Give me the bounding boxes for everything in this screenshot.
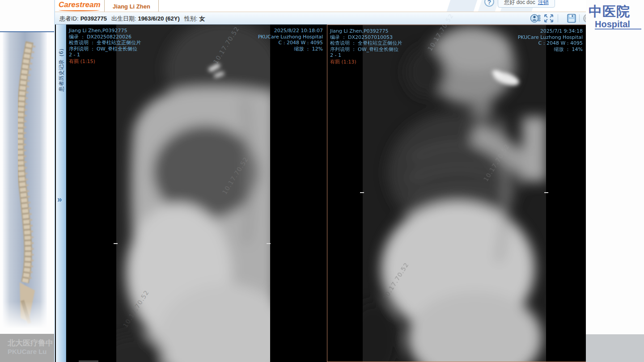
- pacs-app-window: Carestream Jiang Li Zhen ? 您好 doc doc 注销…: [54, 0, 586, 362]
- overlay-lossy: 有损 (1:13): [330, 59, 402, 65]
- patient-dob-value: 1963/6/20 (62Y): [138, 15, 180, 22]
- tab-label: Jiang Li Zhen: [113, 3, 150, 10]
- spine-image: [3, 32, 47, 328]
- overlay-study: 检查说明 ： 全脊柱站立正侧位片: [330, 40, 402, 46]
- viewport-study-2025-07-01-selected[interactable]: Jiang Li Zhen,P0392775 编录 ： DX2025070100…: [327, 25, 586, 362]
- expand-panel-icon[interactable]: »: [57, 194, 62, 204]
- overlay-zoom: 缩放 ： 14%: [518, 46, 583, 53]
- image-edge-marker: [360, 192, 364, 193]
- patient-gender-label: 性别:: [184, 15, 198, 22]
- wallpaper-footer-bar: 北大医疗鲁中 PKUCare Lu: [0, 334, 54, 362]
- overlay-index: 2 - 1: [69, 52, 141, 58]
- overlay-datetime: 2025/7/1 9:34:18: [518, 28, 583, 34]
- overlay-accession: 编录 ： DX202507010053: [330, 34, 402, 41]
- print-icon[interactable]: [582, 13, 586, 23]
- overlay-hospital: PKUCare Luzhong Hospital: [258, 34, 323, 40]
- overlay-datetime: 2025/8/22 10:18:07: [258, 28, 323, 34]
- patient-info-bar: 患者ID:P0392775出生日期:1963/6/20 (62Y)性别:女: [55, 12, 586, 25]
- patient-id-value: P0392775: [80, 15, 107, 22]
- carestream-logo: Carestream: [59, 0, 101, 9]
- image-edge-marker: [267, 243, 271, 244]
- patient-gender-value: 女: [199, 15, 205, 22]
- overlay-top-right: 2025/8/22 10:18:07 PKUCare Luzhong Hospi…: [258, 28, 323, 52]
- hospital-logo-cn: 中医院: [589, 3, 644, 21]
- patient-history-label[interactable]: 患者历史记录（6）: [58, 46, 65, 92]
- overlay-series: 序列说明 ： OW_脊柱全长侧位: [69, 46, 141, 52]
- patient-id-label: 患者ID:: [59, 15, 79, 22]
- toolbar-separator: [579, 14, 580, 22]
- hospital-logo: 中医院 Hospital: [589, 3, 644, 29]
- overlay-study: 检查说明 ： 全脊柱站立正侧位片: [69, 40, 141, 46]
- overlay-window-level: C : 2048 W : 4095: [258, 40, 323, 46]
- carestream-logo-swoosh: [59, 9, 100, 11]
- overlay-top-left: Jiang Li Zhen,P0392775 编录 ： DX2025070100…: [330, 28, 402, 65]
- overlay-patient: Jiang Li Zhen,P0392775: [330, 28, 402, 34]
- overlay-window-level: C : 2048 W : 4095: [518, 40, 583, 46]
- viewport-bottom-highlight: [79, 361, 98, 362]
- fit-screen-icon[interactable]: [543, 13, 554, 23]
- overlay-hospital: PKUCare Luzhong Hospital: [518, 34, 583, 41]
- wallpaper-spine-panel: [3, 32, 47, 328]
- patient-info-text: 患者ID:P0392775出生日期:1963/6/20 (62Y)性别:女: [59, 15, 209, 23]
- overlay-index: 2 - 1: [330, 52, 402, 59]
- overlay-lossy: 有损 (1:15): [69, 59, 141, 65]
- image-edge-marker: [114, 243, 118, 244]
- topbar-watermark-shape: [446, 0, 478, 12]
- app-topbar: Carestream Jiang Li Zhen ? 您好 doc doc 注销: [55, 0, 586, 12]
- logout-link[interactable]: 注销: [538, 0, 549, 6]
- tab-patient-jiang-li-zhen[interactable]: Jiang Li Zhen: [104, 0, 159, 12]
- patient-dob-label: 出生日期:: [111, 15, 136, 22]
- overlay-top-right: 2025/7/1 9:34:18 PKUCare Luzhong Hospita…: [518, 28, 583, 52]
- wallpaper-footer-bar-right: [586, 334, 644, 362]
- xray-image-lateral-spine: [66, 25, 326, 362]
- wallpaper-footer-en: PKUCare Lu: [8, 348, 47, 355]
- toolbar-separator: [558, 14, 558, 22]
- overlay-zoom: 缩放 ： 12%: [258, 46, 323, 52]
- overlay-accession: 编录 ： DX202508220026: [69, 34, 141, 40]
- hospital-logo-en: Hospital: [589, 19, 644, 29]
- image-edge-marker: [544, 192, 548, 193]
- xray-image-lateral-spine: [327, 25, 586, 362]
- screen: 北大医疗鲁中 PKUCare Lu 中医院 Hospital Carestrea…: [0, 0, 644, 362]
- viewer-area: 患者历史记录（6） »: [55, 25, 586, 362]
- viewport-study-2025-08-22[interactable]: Jiang Li Zhen,P0392775 编录 ： DX2025082200…: [66, 25, 326, 362]
- overlay-series: 序列说明 ： OW_脊柱全长侧位: [330, 46, 402, 53]
- patient-layout-icon[interactable]: [530, 13, 541, 23]
- overlay-top-left: Jiang Li Zhen,P0392775 编录 ： DX2025082200…: [69, 28, 141, 64]
- user-session-box: 您好 doc doc 注销: [498, 0, 555, 8]
- hospital-logo-underline: [595, 29, 641, 29]
- overlay-patient: Jiang Li Zhen,P0392775: [69, 28, 141, 34]
- patient-history-panel-collapsed[interactable]: 患者历史记录（6） »: [56, 25, 66, 362]
- greeting-text: 您好 doc doc: [504, 0, 535, 6]
- save-icon[interactable]: [566, 13, 577, 23]
- spine-panel-fade: [3, 302, 47, 328]
- wallpaper-footer-cn: 北大医疗鲁中: [8, 338, 53, 348]
